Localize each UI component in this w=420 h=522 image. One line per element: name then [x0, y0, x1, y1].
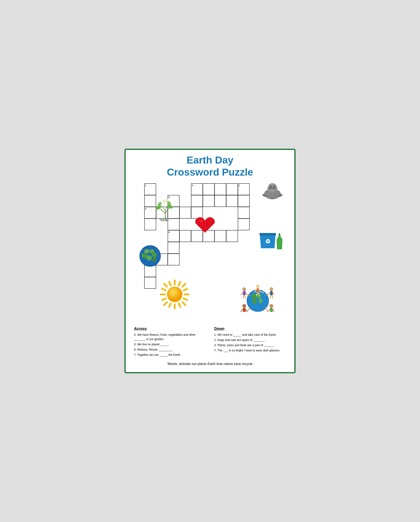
svg-line-93 [179, 303, 180, 307]
svg-rect-125 [270, 308, 273, 312]
plant-decoration [153, 197, 178, 223]
svg-point-62 [271, 186, 271, 187]
svg-line-88 [183, 284, 185, 287]
across-clues: Across 4. We have flowers, fruits, veget… [134, 327, 206, 358]
svg-rect-15 [226, 195, 238, 207]
svg-point-54 [166, 200, 168, 201]
svg-line-87 [183, 302, 185, 305]
svg-rect-121 [243, 308, 245, 312]
svg-line-92 [169, 282, 171, 285]
svg-rect-14 [214, 195, 226, 207]
svg-line-95 [162, 298, 166, 300]
down-clue-3: 3. Plants, trees and birds are a part of… [214, 343, 286, 347]
across-clue-4: 4. We have flowers, fruits, vegetables a… [134, 333, 206, 341]
svg-line-107 [245, 295, 245, 298]
svg-point-99 [167, 287, 182, 302]
svg-point-120 [242, 304, 246, 308]
puzzle-area: 1 4 2 3 [132, 180, 288, 322]
svg-line-127 [273, 309, 274, 312]
svg-line-119 [272, 295, 273, 298]
svg-rect-4 [203, 184, 214, 195]
svg-rect-21 [180, 207, 191, 218]
down-clue-2: 2. Dogs and cats are types of _______. [214, 338, 286, 342]
svg-line-96 [179, 282, 180, 285]
down-clue-7: 7. The ___ is so bright I have to wear d… [214, 348, 286, 353]
svg-point-64 [271, 188, 274, 189]
people-earth-decoration [238, 282, 278, 316]
svg-rect-29 [180, 230, 191, 242]
svg-line-97 [169, 303, 171, 307]
svg-text:5: 5 [145, 207, 146, 210]
svg-line-45 [161, 205, 165, 211]
svg-point-63 [274, 186, 275, 187]
svg-point-52 [163, 200, 165, 202]
svg-text:6: 6 [168, 231, 170, 233]
svg-rect-23 [238, 207, 249, 218]
svg-rect-33 [226, 230, 238, 242]
svg-line-91 [184, 298, 187, 300]
svg-line-104 [241, 292, 243, 295]
svg-point-57 [163, 219, 166, 222]
svg-line-105 [245, 292, 247, 295]
svg-rect-78 [260, 233, 276, 236]
down-title: Down [214, 327, 286, 331]
svg-line-106 [243, 295, 244, 298]
svg-point-108 [256, 284, 260, 288]
down-clue-1: 1. We need to _____ and take care of the… [214, 333, 286, 337]
heart-decoration [193, 214, 216, 236]
svg-point-102 [242, 287, 246, 291]
svg-rect-34 [168, 242, 179, 253]
svg-line-86 [164, 284, 167, 287]
svg-rect-103 [243, 291, 245, 295]
svg-line-118 [270, 295, 271, 298]
svg-point-114 [269, 287, 273, 291]
svg-line-122 [241, 309, 243, 312]
svg-point-124 [269, 304, 273, 308]
seal-decoration [261, 180, 284, 202]
across-title: Across [134, 327, 206, 331]
svg-rect-40 [145, 277, 156, 289]
across-clue-5: 5. We live on planet _____. [134, 342, 206, 347]
svg-rect-16 [238, 195, 249, 207]
svg-line-116 [268, 292, 270, 295]
svg-rect-38 [168, 254, 179, 265]
svg-rect-12 [191, 195, 203, 207]
svg-line-126 [268, 309, 270, 312]
svg-line-94 [184, 289, 187, 291]
across-clue-7: 7. Together we can _____ the Earth. [134, 353, 206, 357]
svg-text:♻: ♻ [265, 238, 270, 245]
svg-rect-6 [226, 184, 238, 195]
down-clues: Down 1. We need to _____ and take care o… [214, 327, 286, 358]
svg-point-81 [278, 242, 281, 244]
svg-line-90 [162, 289, 166, 291]
svg-rect-109 [257, 288, 259, 292]
across-clue-6: 6. Reduce, Reuse, ________. [134, 347, 206, 352]
clues-section: Across 4. We have flowers, fruits, veget… [132, 327, 288, 358]
recycle-decoration: ♻ [258, 228, 286, 252]
svg-line-123 [245, 309, 247, 312]
sun-decoration [159, 279, 190, 311]
words-line: Words: animals sun plants Earth love nat… [132, 362, 288, 366]
globe-decoration [138, 244, 162, 269]
page-title: Earth Day Crossword Puzzle [132, 154, 288, 178]
svg-line-117 [273, 292, 274, 295]
svg-text:2: 2 [239, 184, 240, 187]
svg-rect-115 [270, 291, 273, 295]
title-line1: Earth Day [132, 154, 288, 166]
svg-rect-13 [203, 195, 214, 207]
page: Earth Day Crossword Puzzle 1 4 [124, 149, 296, 373]
svg-text:4: 4 [192, 184, 193, 187]
svg-rect-80 [279, 233, 280, 235]
svg-line-89 [164, 302, 167, 305]
svg-rect-26 [238, 219, 249, 230]
svg-rect-5 [214, 184, 226, 195]
svg-text:1: 1 [145, 184, 146, 187]
title-line2: Crossword Puzzle [132, 166, 288, 178]
